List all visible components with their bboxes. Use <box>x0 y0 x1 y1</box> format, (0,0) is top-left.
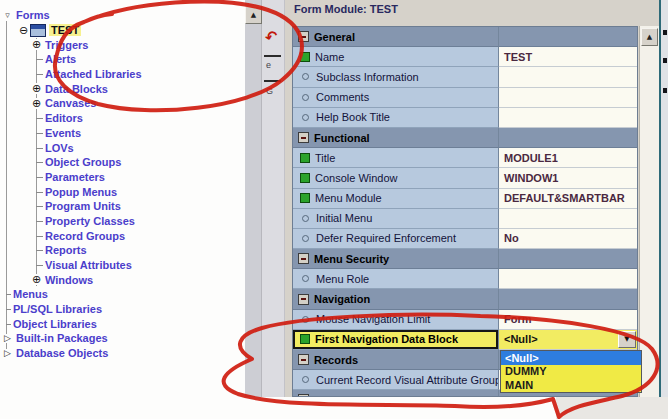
property-value-cell[interactable] <box>499 27 637 47</box>
property-name-cell[interactable]: Subclass Information <box>293 67 499 87</box>
property-name-cell[interactable]: Title <box>293 148 499 168</box>
tree-item-menus[interactable]: Menus <box>0 287 245 302</box>
tree-item-test[interactable]: TEST <box>0 23 245 38</box>
section-row-functional[interactable]: Functional <box>293 128 637 148</box>
property-value-cell[interactable] <box>499 209 637 229</box>
tree-item-property-classes[interactable]: Property Classes <box>0 214 245 229</box>
property-value-cell[interactable] <box>499 269 637 289</box>
tree-item-lovs[interactable]: LOVs <box>0 140 245 155</box>
tree-item-parameters[interactable]: Parameters <box>0 170 245 185</box>
property-row-help-book-title[interactable]: Help Book Title <box>293 108 637 128</box>
property-name-cell[interactable]: First Navigation Data Block <box>293 330 499 350</box>
tree-item-record-groups[interactable]: Record Groups <box>0 228 245 243</box>
combo-dropdown-button[interactable]: ▼ <box>618 331 636 348</box>
expand-plus-icon[interactable] <box>30 39 43 50</box>
tree-item-database-objects[interactable]: Database Objects <box>0 346 245 361</box>
property-value-cell[interactable]: DEFAULT&SMARTBAR <box>499 189 637 209</box>
section-row-navigation[interactable]: Navigation <box>293 289 637 309</box>
collapse-minus-icon[interactable] <box>17 25 30 36</box>
section-name-cell[interactable] <box>293 390 499 397</box>
property-row-defer-required-enforcement[interactable]: Defer Required EnforcementNo <box>293 229 637 249</box>
section-name-cell[interactable]: General <box>293 27 499 47</box>
tree-item-attached-libraries[interactable]: Attached Libraries <box>0 67 245 82</box>
expand-plus-icon[interactable] <box>30 274 43 285</box>
collapse-section-icon[interactable] <box>298 132 309 143</box>
dropdown-option-dummy[interactable]: DUMMY <box>501 365 641 379</box>
section-row-general[interactable]: General <box>293 27 637 47</box>
tree-item-object-groups[interactable]: Object Groups <box>0 155 245 170</box>
property-row-name[interactable]: NameTEST <box>293 47 637 67</box>
navigator-vertical-scrollbar[interactable]: ▲ <box>245 0 262 397</box>
tree-item-pl-sql-libraries[interactable]: PL/SQL Libraries <box>0 302 245 317</box>
collapse-section-icon[interactable] <box>298 354 309 365</box>
property-row-menu-role[interactable]: Menu Role <box>293 269 637 289</box>
property-row-mouse-navigation-limit[interactable]: Mouse Navigation LimitForm <box>293 310 637 330</box>
property-value-cell[interactable]: WINDOW1 <box>499 168 637 188</box>
property-value-cell[interactable] <box>499 108 637 128</box>
property-name-cell[interactable]: Current Record Visual Attribute Group <box>293 370 499 390</box>
expand-plus-icon[interactable] <box>30 98 43 109</box>
collapse-section-icon[interactable] <box>298 253 309 264</box>
property-row-title[interactable]: TitleMODULE1 <box>293 148 637 168</box>
property-value-cell[interactable] <box>499 67 637 87</box>
tree-item-program-units[interactable]: Program Units <box>0 199 245 214</box>
property-name-cell[interactable]: Mouse Navigation Limit <box>293 310 499 330</box>
expand-arrow-icon[interactable] <box>1 349 14 358</box>
tree-item-triggers[interactable]: Triggers <box>0 37 245 52</box>
undo-arrow-icon[interactable]: ↶ <box>263 27 280 48</box>
tree-item-editors[interactable]: Editors <box>0 111 245 126</box>
property-value-cell[interactable]: MODULE1 <box>499 148 637 168</box>
property-row-subclass-information[interactable]: Subclass Information <box>293 67 637 87</box>
property-name-cell[interactable]: Name <box>293 47 499 67</box>
property-value-cell[interactable]: TEST <box>499 47 637 67</box>
property-value-cell[interactable] <box>499 128 637 148</box>
property-value-cell[interactable]: No <box>499 229 637 249</box>
section-name-cell[interactable]: Navigation <box>293 289 499 309</box>
property-value-cell[interactable]: <Null>▼ <box>499 330 637 350</box>
tree-item-built-in-packages[interactable]: Built-in Packages <box>0 331 245 346</box>
section-row-menu-security[interactable]: Menu Security <box>293 249 637 269</box>
dropdown-option-main[interactable]: MAIN <box>501 378 641 392</box>
scroll-up-button[interactable]: ▲ <box>641 28 658 46</box>
property-name-cell[interactable]: Menu Module <box>293 189 499 209</box>
tree-item-data-blocks[interactable]: Data Blocks <box>0 81 245 96</box>
tree-item-label: Canvases <box>43 97 98 109</box>
tree-item-reports[interactable]: Reports <box>0 243 245 258</box>
property-name-cell[interactable]: Menu Role <box>293 269 499 289</box>
tree-item-object-libraries[interactable]: Object Libraries <box>0 316 245 331</box>
property-value-cell[interactable] <box>499 249 637 269</box>
expand-arrow-icon[interactable] <box>1 334 14 343</box>
collapse-section-icon[interactable] <box>298 31 309 42</box>
tree-item-windows[interactable]: Windows <box>0 272 245 287</box>
collapse-section-icon[interactable] <box>298 394 309 397</box>
property-row-comments[interactable]: Comments <box>293 88 637 108</box>
property-row-menu-module[interactable]: Menu ModuleDEFAULT&SMARTBAR <box>293 189 637 209</box>
collapse-section-icon[interactable] <box>298 294 309 305</box>
tree-item-alerts[interactable]: Alerts <box>0 52 245 67</box>
property-name-cell[interactable]: Comments <box>293 88 499 108</box>
property-row-first-navigation-data-block[interactable]: First Navigation Data Block<Null>▼ <box>293 330 637 350</box>
property-name-cell[interactable]: Console Window <box>293 168 499 188</box>
expand-plus-icon[interactable] <box>30 83 43 94</box>
scroll-up-button[interactable]: ▲ <box>245 6 262 24</box>
property-value-cell[interactable] <box>499 88 637 108</box>
dropdown-option-null[interactable]: <Null> <box>501 351 641 365</box>
tree-item-popup-menus[interactable]: Popup Menus <box>0 184 245 199</box>
section-name-cell[interactable]: Functional <box>293 128 499 148</box>
section-name-cell[interactable]: Menu Security <box>293 249 499 269</box>
tree-item-events[interactable]: Events <box>0 126 245 141</box>
property-row-initial-menu[interactable]: Initial Menu <box>293 209 637 229</box>
section-name-cell[interactable]: Records <box>293 350 499 370</box>
property-name-cell[interactable]: Defer Required Enforcement <box>293 229 499 249</box>
palette-vertical-scrollbar[interactable]: ▲ <box>639 26 659 397</box>
tree-item-forms[interactable]: Forms <box>0 8 245 23</box>
tree-item-canvases[interactable]: Canvases <box>0 96 245 111</box>
property-row-console-window[interactable]: Console WindowWINDOW1 <box>293 168 637 188</box>
first-navigation-data-block-dropdown: <Null>DUMMYMAIN <box>500 350 642 393</box>
tree-item-visual-attributes[interactable]: Visual Attributes <box>0 258 245 273</box>
property-value-cell[interactable] <box>499 289 637 309</box>
property-name-cell[interactable]: Help Book Title <box>293 108 499 128</box>
property-value-cell[interactable]: Form <box>499 310 637 330</box>
property-name-cell[interactable]: Initial Menu <box>293 209 499 229</box>
root-expand-icon[interactable] <box>1 11 14 20</box>
